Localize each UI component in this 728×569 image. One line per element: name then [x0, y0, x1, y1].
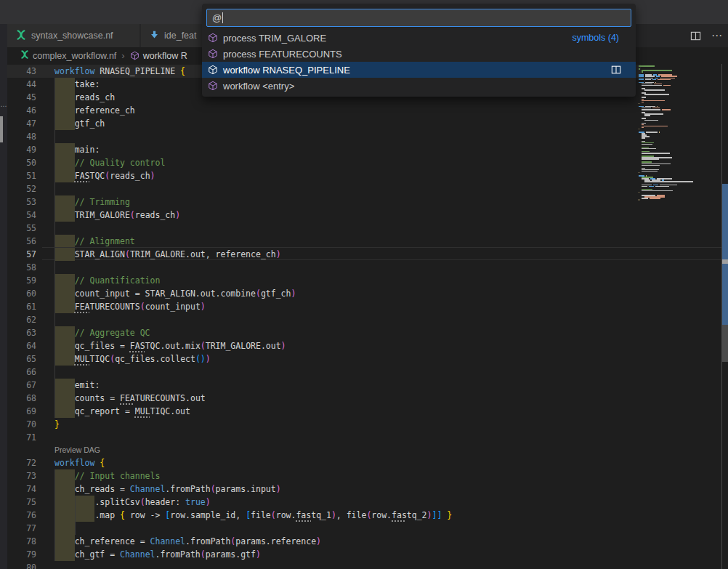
code-line[interactable]: emit:	[54, 379, 100, 392]
code-line[interactable]: // Quality control	[54, 156, 165, 169]
code-line[interactable]: // Aggregate QC	[54, 326, 150, 339]
line-number: 50	[7, 156, 36, 169]
symbol-cube-icon	[208, 49, 218, 59]
line-number: 55	[7, 222, 36, 235]
line-number: 78	[7, 535, 36, 548]
line-number: 60	[7, 287, 36, 300]
code-line[interactable]: ch_gtf = Channel.fromPath(params.gtf)	[54, 548, 261, 561]
line-number: 48	[7, 130, 36, 143]
code-line[interactable]: take:	[54, 78, 100, 91]
quick-pick-widget: @ process TRIM_GALOREsymbols (4)process …	[202, 4, 636, 97]
line-number: 70	[7, 418, 36, 431]
code-line[interactable]: // Trimming	[54, 195, 130, 209]
text-cursor	[222, 12, 223, 23]
quick-pick-item[interactable]: workflow <entry>	[202, 78, 636, 94]
quick-pick-item[interactable]: process FEATURECOUNTS	[202, 46, 636, 62]
line-number: 75	[7, 496, 36, 509]
code-line[interactable]: count_input = STAR_ALIGN.out.combine(gtf…	[54, 287, 296, 300]
line-number: 79	[7, 548, 36, 561]
line-number: 63	[7, 326, 36, 339]
line-number: 64	[7, 339, 36, 352]
minimap[interactable]	[639, 65, 709, 202]
line-number: 71	[7, 431, 36, 444]
line-number: 51	[7, 169, 36, 182]
code-line[interactable]: FASTQC(reads_ch)	[54, 169, 155, 182]
code-line[interactable]: ch_reads = Channel.fromPath(params.input…	[54, 483, 281, 496]
code-line[interactable]: // Quantification	[54, 274, 160, 287]
line-number: 62	[7, 313, 36, 326]
line-number: 56	[7, 235, 36, 248]
quick-pick-item[interactable]: workflow RNASEQ_PIPELINE	[202, 62, 636, 78]
code-line[interactable]: counts = FEATURECOUNTS.out	[54, 392, 206, 405]
code-line[interactable]: qc_files = FASTQC.out.mix(TRIM_GALORE.ou…	[54, 339, 286, 352]
code-line[interactable]: FEATURECOUNTS(count_input)	[54, 300, 206, 313]
symbols-count-badge: symbols (4)	[572, 33, 619, 43]
code-line[interactable]: TRIM_GALORE(reads_ch)	[54, 209, 180, 222]
line-number: 59	[7, 274, 36, 287]
quick-pick-item-label: process TRIM_GALORE	[223, 33, 326, 44]
split-editor-icon[interactable]	[611, 65, 621, 75]
code-line[interactable]: main:	[54, 143, 100, 156]
line-number: 80	[7, 561, 36, 569]
line-number: 45	[7, 91, 36, 104]
code-line[interactable]: workflow RNASEQ_PIPELINE {	[54, 65, 185, 78]
line-number: 69	[7, 405, 36, 418]
code-line[interactable]: }	[54, 418, 60, 431]
line-number: 73	[7, 469, 36, 483]
symbol-search-input[interactable]: @	[206, 9, 631, 27]
code-line[interactable]: qc_report = MULTIQC.out	[54, 405, 190, 418]
line-number: 57	[7, 248, 36, 261]
line-number: 68	[7, 392, 36, 405]
code-line[interactable]: reference_ch	[54, 104, 135, 117]
symbol-cube-icon	[208, 33, 218, 43]
symbol-cube-icon	[208, 65, 218, 75]
line-number: 53	[7, 195, 36, 209]
vscode-window: ⋯ syntax_showcase.nf ide_feat ⋯ complex_…	[0, 0, 728, 569]
line-number: 65	[7, 352, 36, 366]
quick-pick-list: process TRIM_GALOREsymbols (4)process FE…	[202, 30, 636, 94]
line-number: 76	[7, 509, 36, 522]
line-number: 47	[7, 117, 36, 130]
line-number: 49	[7, 143, 36, 156]
quick-pick-item-label: workflow <entry>	[223, 81, 294, 92]
line-number: 58	[7, 261, 36, 274]
line-number: 74	[7, 483, 36, 496]
symbol-cube-icon	[208, 81, 218, 91]
search-input-value: @	[212, 12, 222, 23]
line-number: 67	[7, 379, 36, 392]
line-number: 61	[7, 300, 36, 313]
quick-pick-item-label: process FEATURECOUNTS	[223, 49, 342, 60]
code-line[interactable]: gtf_ch	[54, 117, 105, 130]
codelens-preview-dag[interactable]: Preview DAG	[54, 444, 100, 456]
line-number: 46	[7, 104, 36, 117]
line-number: 54	[7, 209, 36, 222]
code-line[interactable]: .splitCsv(header: true)	[54, 496, 211, 509]
code-line[interactable]: MULTIQC(qc_files.collect())	[54, 352, 211, 366]
code-line[interactable]: // Alignment	[54, 235, 135, 248]
quick-pick-item[interactable]: process TRIM_GALOREsymbols (4)	[202, 30, 636, 46]
code-line[interactable]: ch_reference = Channel.fromPath(params.r…	[54, 535, 321, 548]
code-line[interactable]: // Input channels	[54, 469, 160, 483]
line-number: 72	[7, 456, 36, 469]
line-number: 52	[7, 182, 36, 195]
code-line[interactable]: workflow {	[54, 456, 105, 469]
code-line[interactable]: STAR_ALIGN(TRIM_GALORE.out, reference_ch…	[54, 248, 281, 261]
code-line[interactable]: .map { row -> [row.sample_id, [file(row.…	[54, 509, 452, 522]
line-number: 66	[7, 366, 36, 379]
line-number: 77	[7, 522, 36, 535]
line-number: 43	[7, 65, 36, 78]
quick-pick-item-label: workflow RNASEQ_PIPELINE	[223, 65, 350, 76]
line-number: 44	[7, 78, 36, 91]
code-line[interactable]: reads_ch	[54, 91, 115, 104]
